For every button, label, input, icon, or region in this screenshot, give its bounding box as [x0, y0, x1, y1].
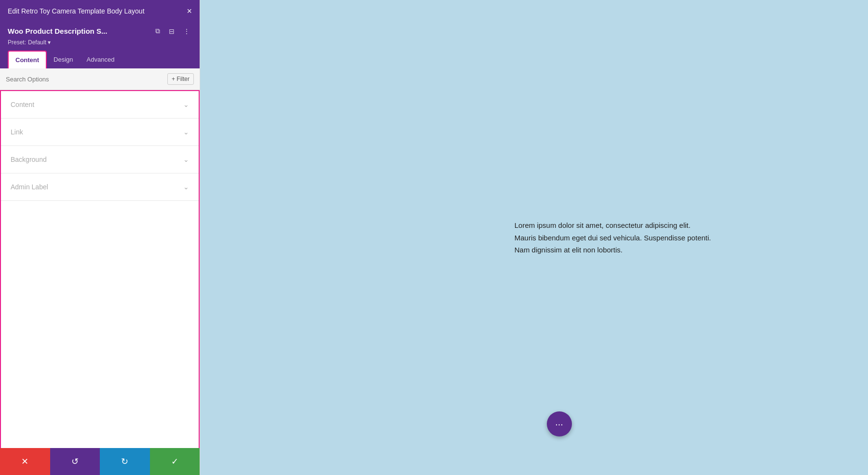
canvas-line-1: Lorem ipsum dolor sit amet, consectetur …: [515, 219, 711, 232]
chevron-down-icon: ⌄: [183, 156, 189, 163]
accordion-background: Background ⌄: [1, 146, 199, 173]
more-icon-button[interactable]: ⋮: [181, 26, 192, 36]
filter-button[interactable]: + Filter: [167, 73, 194, 85]
redo-button[interactable]: ↻: [100, 448, 150, 475]
accordion-content: Content ⌄: [1, 91, 199, 119]
accordion-content-label: Content: [11, 101, 34, 108]
module-title: Woo Product Description S...: [8, 27, 149, 35]
accordion-link-label: Link: [11, 128, 23, 136]
accordion-content-header[interactable]: Content ⌄: [1, 91, 199, 118]
fab-button[interactable]: ···: [547, 411, 572, 436]
module-row: Woo Product Description S... ⧉ ⊟ ⋮: [8, 26, 192, 36]
panel-subheader: Woo Product Description S... ⧉ ⊟ ⋮ Prese…: [0, 22, 200, 51]
canvas-text: Lorem ipsum dolor sit amet, consectetur …: [515, 219, 711, 256]
undo-icon: ↺: [71, 456, 79, 467]
chevron-down-icon: ⌄: [183, 128, 189, 136]
save-icon: ✓: [171, 456, 178, 467]
accordion-background-label: Background: [11, 156, 47, 163]
layout-icon-button[interactable]: ⊟: [167, 26, 176, 36]
chevron-down-icon: ⌄: [183, 101, 189, 108]
undo-button[interactable]: ↺: [50, 448, 100, 475]
left-panel: Edit Retro Toy Camera Template Body Layo…: [0, 0, 200, 475]
search-bar: + Filter: [0, 68, 200, 90]
cancel-button[interactable]: ✕: [0, 448, 50, 475]
accordion-admin-label-header[interactable]: Admin Label ⌄: [1, 173, 199, 200]
panel-header: Edit Retro Toy Camera Template Body Layo…: [0, 0, 200, 22]
canvas-area: Lorem ipsum dolor sit amet, consectetur …: [200, 0, 868, 475]
accordion-admin-label: Admin Label ⌄: [1, 173, 199, 201]
tab-advanced[interactable]: Advanced: [80, 51, 122, 68]
preset-dropdown[interactable]: Default ▾: [28, 39, 51, 46]
chevron-down-icon: ⌄: [183, 183, 189, 191]
accordion-link-header[interactable]: Link ⌄: [1, 119, 199, 145]
accordion-container: Content ⌄ Link ⌄ Background ⌄ Admin Labe…: [0, 90, 200, 451]
panel-tabs: Content Design Advanced: [0, 51, 200, 68]
tab-design[interactable]: Design: [47, 51, 80, 68]
cancel-icon: ✕: [21, 456, 28, 467]
save-button[interactable]: ✓: [150, 448, 200, 475]
preset-row: Preset: Default ▾: [8, 39, 192, 46]
redo-icon: ↻: [121, 456, 128, 467]
accordion-link: Link ⌄: [1, 119, 199, 146]
canvas-line-2: Mauris bibendum eget dui sed vehicula. S…: [515, 231, 711, 244]
tab-content[interactable]: Content: [8, 51, 47, 68]
accordion-background-header[interactable]: Background ⌄: [1, 146, 199, 173]
close-button[interactable]: ×: [187, 7, 192, 15]
canvas-line-3: Nam dignissim at elit non lobortis.: [515, 244, 711, 256]
accordion-admin-label-label: Admin Label: [11, 183, 48, 191]
preset-label: Preset:: [8, 39, 26, 46]
fab-icon: ···: [555, 419, 563, 430]
search-input[interactable]: [6, 76, 163, 83]
copy-icon-button[interactable]: ⧉: [153, 26, 162, 36]
window-title: Edit Retro Toy Camera Template Body Layo…: [8, 7, 145, 15]
bottom-toolbar: ✕ ↺ ↻ ✓: [0, 448, 200, 475]
